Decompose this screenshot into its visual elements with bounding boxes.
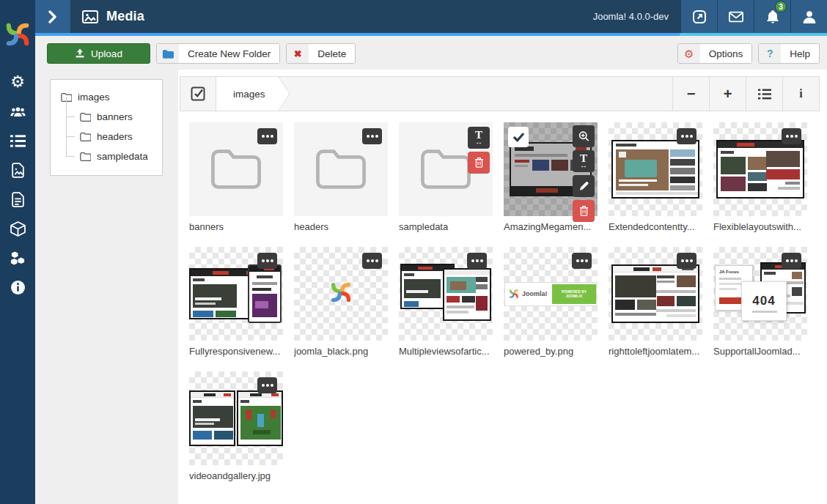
media-tile-headers[interactable] — [294, 122, 388, 216]
media-grid-item: JA Focus 404 SupportallJoomlad... — [713, 247, 807, 357]
tree-item-images[interactable]: images — [51, 87, 162, 107]
info-button[interactable]: i — [782, 77, 819, 111]
item-menu-button[interactable] — [362, 253, 382, 269]
item-menu-button[interactable] — [467, 253, 487, 269]
item-menu-button[interactable] — [362, 128, 382, 144]
media-grid-item: righttoleftjoomlatem... — [609, 247, 702, 357]
create-folder-button[interactable]: Create New Folder — [156, 43, 280, 64]
page-title: Media — [106, 9, 144, 24]
media-item-label: joomla_black.png — [294, 346, 388, 357]
media-item-label: videoandgallery.jpg — [189, 470, 283, 481]
media-item-label: powered_by.png — [504, 346, 598, 357]
media-grid-item: Fullyresponsivenew... — [189, 247, 283, 357]
media-tile-banners[interactable] — [189, 122, 283, 216]
media-item-label: Fullyresponsivenew... — [189, 346, 283, 357]
tree-item-banners[interactable]: banners — [51, 107, 162, 127]
media-item-label: Flexiblelayoutswith... — [713, 221, 807, 232]
header-envelope-button[interactable] — [717, 0, 754, 33]
folder-icon — [313, 147, 369, 191]
media-browser: images −+i bannersheadersT↔sampledata T↔… — [178, 70, 827, 504]
sidebar-item-users[interactable] — [0, 97, 35, 126]
item-menu-button[interactable] — [572, 253, 592, 269]
folder-tree-panel: images banners headers sampledata — [50, 79, 163, 176]
options-button[interactable]: ⚙ Options — [677, 43, 753, 64]
minus-icon: − — [687, 86, 696, 103]
media-image-icon — [82, 10, 98, 23]
media-grid-item: Extendedcontentty... — [609, 122, 702, 232]
item-delete-button[interactable] — [573, 200, 595, 222]
folder-icon — [208, 147, 264, 191]
media-item-label: righttoleftjoomlatem... — [609, 346, 702, 357]
media-tile-Multipleviewsofartic[interactable] — [399, 247, 493, 341]
select-all-checkbox[interactable] — [180, 77, 216, 111]
envelope-icon — [729, 10, 743, 24]
header-bell-button[interactable]: 3 — [754, 0, 790, 33]
sidebar-item-article[interactable] — [0, 185, 35, 214]
item-rename-button[interactable]: T↔ — [573, 150, 595, 172]
item-menu-button[interactable] — [257, 128, 277, 144]
menus-list-icon — [10, 133, 26, 149]
breadcrumb[interactable]: images — [216, 77, 290, 111]
sidebar-item-menus[interactable] — [0, 126, 35, 155]
header-external-link-button[interactable] — [680, 0, 717, 33]
sidebar-item-cube[interactable] — [0, 214, 35, 243]
media-tile-videoandgalleryjpg[interactable] — [189, 371, 283, 465]
item-menu-button[interactable] — [677, 253, 696, 269]
folder-outline-icon — [80, 152, 91, 161]
media-grid-item: T↔AmazingMegamen... — [504, 122, 598, 232]
tree-item-label: headers — [97, 131, 133, 142]
joomla-logo — [2, 19, 33, 50]
media-tile-Fullyresponsivenew[interactable] — [189, 247, 283, 341]
notification-badge: 3 — [775, 1, 787, 12]
media-tile-righttoleftjoomlatem[interactable] — [609, 247, 702, 341]
delete-button[interactable]: ✖ Delete — [286, 43, 356, 64]
toolbar: Upload Create New Folder ✖ Delete ⚙ Opti… — [47, 43, 820, 64]
external-link-icon — [692, 10, 707, 24]
extensions-cubes-icon — [10, 251, 26, 266]
media-tile-sampledata[interactable]: T↔ — [399, 122, 493, 216]
upload-icon — [75, 48, 85, 59]
list-view-button[interactable] — [746, 77, 782, 111]
item-edit-button[interactable] — [573, 175, 595, 197]
media-tile-Extendedcontentty[interactable] — [609, 122, 702, 216]
item-menu-button[interactable] — [257, 253, 277, 269]
gear-icon: ⚙ — [684, 48, 694, 59]
item-menu-button[interactable] — [782, 128, 801, 144]
page-title-group: Media — [82, 0, 144, 33]
upload-button[interactable]: Upload — [47, 43, 150, 64]
media-browser-toolbar: images −+i — [180, 76, 820, 111]
media-item-label: SupportallJoomlad... — [713, 346, 807, 357]
sidebar-item-extensions[interactable] — [0, 243, 35, 273]
item-selected-check[interactable] — [508, 127, 529, 147]
item-rename-button[interactable]: T↔ — [468, 127, 490, 149]
item-menu-button[interactable] — [677, 128, 696, 144]
item-menu-button[interactable] — [782, 253, 801, 269]
tree-item-sampledata[interactable]: sampledata — [51, 147, 162, 166]
media-file-icon — [10, 163, 26, 178]
accent-underline — [35, 33, 827, 36]
breadcrumb-current: images — [216, 89, 290, 100]
media-tile-SupportallJoomlad[interactable]: JA Focus 404 — [713, 247, 807, 341]
media-tile-powered_bypng[interactable]: Joomla! POWERED BY JOOMLA! — [504, 247, 598, 341]
error-404-text: 404 — [752, 294, 775, 308]
sidebar-item-media[interactable] — [0, 155, 35, 185]
item-delete-button[interactable] — [468, 152, 490, 174]
text-resize-icon: T↔ — [475, 131, 482, 145]
media-tile-Flexiblelayoutswith[interactable] — [713, 122, 807, 216]
help-button[interactable]: ? Help — [758, 43, 820, 64]
media-grid-item: Joomla! POWERED BY JOOMLA! powered_by.pn… — [504, 247, 598, 357]
sidebar-item-info[interactable] — [0, 273, 35, 302]
ja-focus-text: JA Focus — [719, 270, 739, 274]
increase-thumb-size-button[interactable]: + — [709, 77, 746, 111]
decrease-thumb-size-button[interactable]: − — [672, 77, 709, 111]
item-preview-button[interactable] — [573, 125, 595, 147]
user-icon — [802, 10, 817, 24]
sidebar-expand-button[interactable] — [35, 0, 70, 33]
info-icon — [10, 280, 26, 295]
sidebar-item-gear[interactable]: ⚙ — [0, 67, 35, 97]
media-tile-AmazingMegamen[interactable]: T↔ — [504, 122, 598, 216]
header-user-button[interactable] — [790, 0, 827, 33]
tree-item-headers[interactable]: headers — [51, 127, 162, 147]
item-menu-button[interactable] — [257, 377, 277, 393]
media-tile-joomla_blackpng[interactable] — [294, 247, 388, 341]
